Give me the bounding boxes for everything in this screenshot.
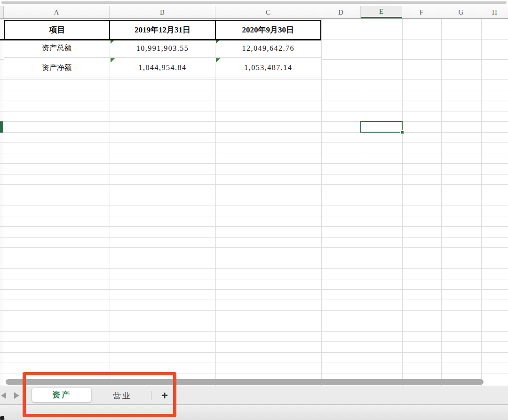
fill-handle[interactable]	[400, 130, 404, 134]
column-header-f[interactable]: F	[402, 6, 441, 18]
table-header-row: 项目 2019年12月31日 2020年9月30日	[4, 20, 321, 39]
selected-row-indicator	[0, 121, 3, 133]
cell-value: 1,053,487.14	[244, 63, 292, 72]
formula-bar-edge	[0, 0, 508, 6]
column-header-e-selected[interactable]: E	[361, 6, 402, 18]
column-header-d[interactable]: D	[321, 6, 361, 18]
annotation-rectangle	[23, 372, 176, 417]
table-row-net-assets: 资产净额 1,044,954.84 1,053,487.14	[4, 58, 321, 78]
asset-table: 项目 2019年12月31日 2020年9月30日 资产总额 10,991,90…	[4, 20, 321, 78]
cell-total-assets-2019[interactable]: 10,991,903.55	[110, 39, 216, 58]
column-header-c[interactable]: C	[215, 6, 321, 18]
select-all-corner[interactable]	[0, 6, 4, 18]
header-cell-date-2020[interactable]: 2020年9月30日	[216, 21, 321, 39]
cell-net-assets-2019[interactable]: 1,044,954.84	[110, 58, 216, 78]
row-header-sliver	[0, 19, 3, 386]
column-header-row: A B C D E F G H	[0, 6, 508, 19]
cell-value: 12,049,642.76	[242, 44, 294, 53]
sheet-next-icon[interactable]	[14, 392, 19, 399]
cell-value: 10,991,903.55	[136, 44, 189, 53]
cell-label-net-assets[interactable]: 资产净额	[4, 58, 110, 78]
column-header-g[interactable]: G	[441, 6, 481, 18]
cell-label-total-assets[interactable]: 资产总额	[4, 39, 110, 58]
table-header-bottom-border	[0, 39, 321, 40]
header-cell-item[interactable]: 项目	[5, 21, 110, 39]
column-header-h[interactable]: H	[481, 6, 508, 18]
formula-bar-divider	[1, 1, 507, 4]
column-header-a[interactable]: A	[4, 6, 110, 18]
column-header-b[interactable]: B	[110, 6, 215, 18]
cell-total-assets-2020[interactable]: 12,049,642.76	[215, 39, 321, 58]
error-indicator-icon	[216, 58, 220, 63]
sheet-prev-icon[interactable]	[1, 392, 6, 399]
sheet-grid[interactable]: 项目 2019年12月31日 2020年9月30日 资产总额 10,991,90…	[0, 19, 508, 386]
error-indicator-icon	[111, 58, 115, 63]
cell-net-assets-2020[interactable]: 1,053,487.14	[215, 58, 321, 78]
cell-value: 1,044,954.84	[139, 63, 187, 72]
header-cell-date-2019[interactable]: 2019年12月31日	[110, 21, 215, 39]
table-row-total-assets: 资产总额 10,991,903.55 12,049,642.76	[4, 39, 321, 58]
spreadsheet-window: A B C D E F G H 项目 2019年12月31日 2020年9月30…	[0, 0, 508, 420]
selected-cell-outline[interactable]	[360, 121, 403, 133]
cropped-text-artifact	[0, 416, 5, 420]
